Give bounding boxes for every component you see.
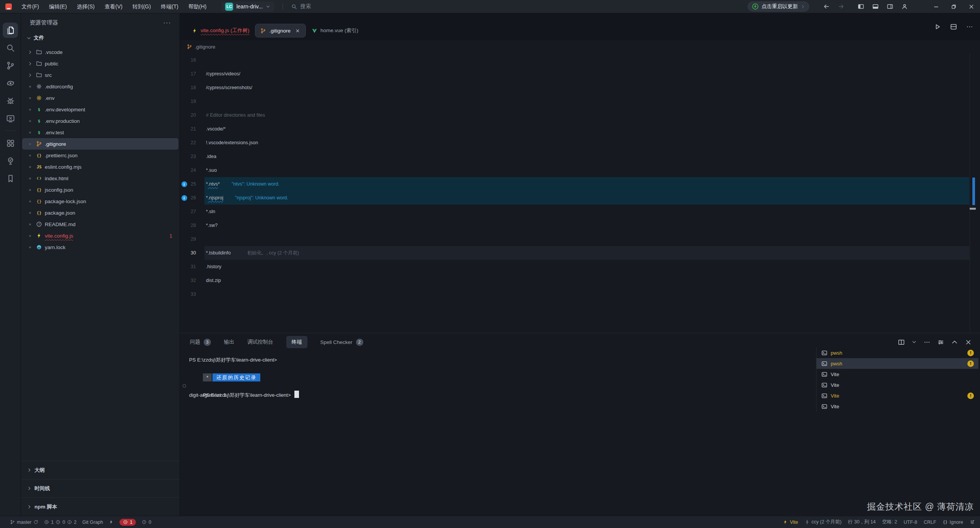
sidebar-section-0[interactable]: 大纲 [21, 461, 180, 479]
encoding[interactable]: UTF-8 [903, 520, 917, 525]
close-panel-icon[interactable] [965, 339, 972, 345]
file-row[interactable]: public [22, 58, 178, 69]
code-line[interactable]: 18/cypress/screenshots/ [180, 81, 980, 95]
code-line[interactable]: i25*.ntvs*"ntvs": Unknown word. [180, 177, 980, 191]
scrollbar-thumb[interactable] [970, 208, 976, 210]
git-graph-status[interactable]: Git Graph [82, 520, 103, 525]
spell-ignore[interactable]: {}Ignore [943, 520, 963, 525]
more-actions-icon[interactable]: ··· [163, 19, 171, 27]
sidebar-section-1[interactable]: 时间线 [21, 479, 180, 497]
file-row[interactable]: .editorconfig [22, 81, 178, 92]
file-row[interactable]: src [22, 69, 178, 81]
toggle-sidebar-icon[interactable] [854, 0, 868, 13]
terminal-list-item[interactable]: Vite! [817, 390, 978, 401]
split-terminal-icon[interactable] [898, 339, 905, 345]
account-icon[interactable] [897, 0, 912, 13]
more-actions-icon[interactable] [966, 23, 973, 30]
code-line[interactable]: 29 [180, 232, 980, 246]
vite-status[interactable]: Vite [783, 520, 798, 525]
command-decoration-icon[interactable] [183, 384, 186, 388]
toggle-secondary-sidebar-icon[interactable] [883, 0, 897, 13]
sidebar-section-2[interactable]: npm 脚本 [21, 497, 180, 516]
menu-item-0[interactable]: 文件(F) [16, 0, 44, 13]
editor-tab-2[interactable]: home.vue (索引) [306, 24, 364, 37]
menu-item-1[interactable]: 编辑(E) [44, 0, 72, 13]
debug-icon[interactable] [3, 93, 18, 108]
more-actions-icon[interactable] [924, 339, 930, 345]
menu-item-2[interactable]: 选择(S) [72, 0, 100, 13]
panel-tab-2[interactable]: 调试控制台 [247, 339, 273, 345]
code-line[interactable]: 32dist.zip [180, 274, 980, 287]
code-line[interactable]: 33 [180, 287, 980, 301]
cursor-position[interactable]: 行 30，列 14 [848, 519, 875, 525]
file-row[interactable]: JSeslint.config.mjs [22, 161, 178, 173]
nav-back-icon[interactable] [819, 0, 834, 13]
bookmarks-icon[interactable] [3, 171, 18, 186]
titlebar-search[interactable]: 搜索 [291, 3, 311, 10]
file-row[interactable]: ?README.md [22, 218, 178, 230]
code-line[interactable]: 17/cypress/videos/ [180, 67, 980, 81]
code-line[interactable]: 22!.vscode/extensions.json [180, 136, 980, 150]
problems-status[interactable]: 102 [44, 520, 77, 525]
code-editor[interactable]: 1617/cypress/videos/18/cypress/screensho… [180, 53, 980, 301]
window-close-icon[interactable] [962, 0, 980, 13]
code-line[interactable]: 24*.suo [180, 163, 980, 177]
menu-item-5[interactable]: 终端(T) [156, 0, 183, 13]
search-icon[interactable] [3, 40, 18, 55]
code-line[interactable]: 30*.tsbuildinfo初始化。, ccy (2 个月前) [180, 246, 980, 260]
toggle-panel-icon[interactable] [868, 0, 883, 13]
panel-tab-4[interactable]: Spell Checker2 [320, 339, 363, 346]
eol[interactable]: CRLF [924, 520, 936, 525]
editor-tab-0[interactable]: vite.config.js (工作树) [186, 24, 255, 37]
chevron-down-icon[interactable] [912, 340, 916, 344]
run-icon[interactable] [934, 23, 941, 30]
code-line[interactable]: 27*.sln [180, 205, 980, 218]
file-row[interactable]: {}jsconfig.json [22, 184, 178, 196]
extensions-grid-icon[interactable] [3, 135, 18, 151]
file-row[interactable]: index.html [22, 173, 178, 184]
file-row[interactable]: yarn.lock [22, 241, 178, 253]
file-row[interactable]: .vscode [22, 46, 178, 58]
terminal-output[interactable]: PS E:\zzdsj\郑好学车\learn-drive-client> *还原… [189, 355, 299, 399]
preview-icon[interactable] [3, 75, 18, 91]
editor-tab-1[interactable]: .gitignore [255, 24, 306, 37]
terminal-list-item[interactable]: Vite [817, 401, 978, 412]
file-row[interactable]: {}package.json [22, 207, 178, 218]
error-badge[interactable]: 1 [119, 519, 136, 526]
breadcrumb[interactable]: .gitignore [180, 40, 980, 53]
explorer-icon[interactable] [3, 23, 18, 38]
indentation[interactable]: 空格: 2 [882, 519, 897, 525]
terminal-list-item[interactable]: pwsh! [817, 347, 978, 358]
file-row[interactable]: $.env.test [22, 127, 178, 138]
file-row[interactable]: {}package-lock.json [22, 196, 178, 207]
code-line[interactable]: 28*.sw? [180, 218, 980, 232]
tree-view-icon[interactable] [3, 153, 18, 168]
code-line[interactable]: 19 [180, 95, 980, 108]
split-editor-icon[interactable] [950, 23, 957, 30]
window-restore-icon[interactable] [945, 0, 962, 13]
files-section-header[interactable]: 文件 [21, 32, 180, 44]
project-picker[interactable]: LC learn-driv... [221, 2, 274, 12]
file-row[interactable]: $.env.production [22, 115, 178, 127]
notifications[interactable] [970, 520, 975, 525]
maximize-panel-icon[interactable] [951, 339, 958, 345]
info-diagnostic-icon[interactable]: i [180, 181, 188, 187]
code-line[interactable]: 21.vscode/* [180, 122, 980, 136]
window-minimize-icon[interactable] [927, 0, 945, 13]
update-button[interactable]: 点击重启以更新 [748, 2, 810, 11]
file-row[interactable]: vite.config.js1 [22, 230, 178, 241]
code-line[interactable]: 20# Editor directories and files [180, 108, 980, 122]
git-branch-status[interactable]: master [10, 520, 38, 525]
file-row[interactable]: .env [22, 92, 178, 104]
warning-count[interactable]: 0 [142, 520, 151, 525]
file-row[interactable]: {}.prettierrc.json [22, 150, 178, 161]
filter-icon[interactable] [938, 339, 944, 345]
code-line[interactable]: 31.history [180, 260, 980, 274]
file-row[interactable]: .gitignore [22, 138, 178, 150]
panel-tab-3[interactable]: 终端 [286, 336, 307, 348]
code-line[interactable]: 16 [180, 53, 980, 67]
code-line[interactable]: 23.idea [180, 150, 980, 163]
panel-tab-0[interactable]: 问题3 [190, 339, 211, 346]
terminal-list-item[interactable]: Vite [817, 369, 978, 380]
menu-item-4[interactable]: 转到(G) [127, 0, 156, 13]
